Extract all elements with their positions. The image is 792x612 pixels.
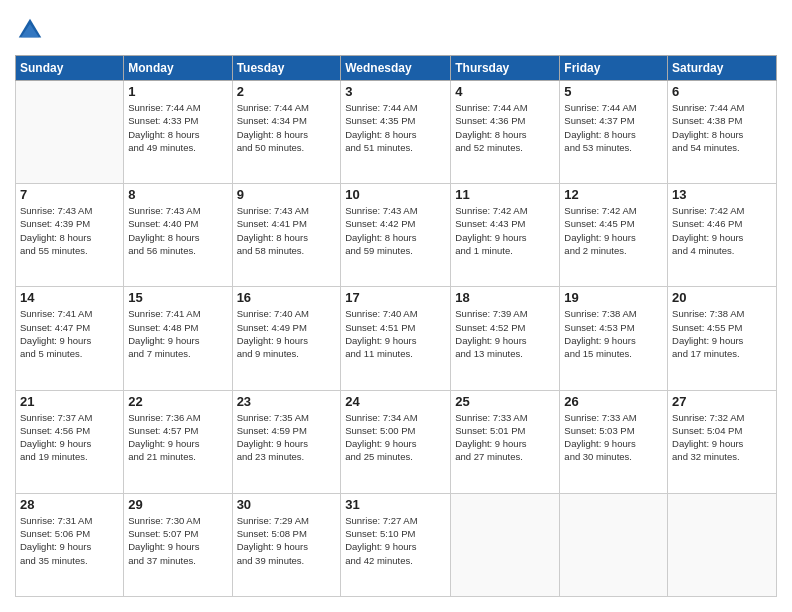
day-info: Sunrise: 7:43 AM Sunset: 4:41 PM Dayligh…	[237, 204, 337, 257]
day-number: 27	[672, 394, 772, 409]
day-number: 20	[672, 290, 772, 305]
calendar-cell-w3-d2: 23Sunrise: 7:35 AM Sunset: 4:59 PM Dayli…	[232, 390, 341, 493]
day-info: Sunrise: 7:42 AM Sunset: 4:46 PM Dayligh…	[672, 204, 772, 257]
day-number: 5	[564, 84, 663, 99]
calendar-cell-w2-d2: 16Sunrise: 7:40 AM Sunset: 4:49 PM Dayli…	[232, 287, 341, 390]
calendar-week-4: 28Sunrise: 7:31 AM Sunset: 5:06 PM Dayli…	[16, 493, 777, 596]
day-number: 25	[455, 394, 555, 409]
day-info: Sunrise: 7:43 AM Sunset: 4:40 PM Dayligh…	[128, 204, 227, 257]
calendar-cell-w1-d1: 8Sunrise: 7:43 AM Sunset: 4:40 PM Daylig…	[124, 184, 232, 287]
day-number: 22	[128, 394, 227, 409]
day-number: 28	[20, 497, 119, 512]
day-number: 16	[237, 290, 337, 305]
calendar-cell-w1-d5: 12Sunrise: 7:42 AM Sunset: 4:45 PM Dayli…	[560, 184, 668, 287]
day-info: Sunrise: 7:32 AM Sunset: 5:04 PM Dayligh…	[672, 411, 772, 464]
calendar-week-0: 1Sunrise: 7:44 AM Sunset: 4:33 PM Daylig…	[16, 81, 777, 184]
page: SundayMondayTuesdayWednesdayThursdayFrid…	[0, 0, 792, 612]
calendar-cell-w0-d0	[16, 81, 124, 184]
calendar-cell-w2-d5: 19Sunrise: 7:38 AM Sunset: 4:53 PM Dayli…	[560, 287, 668, 390]
calendar-week-2: 14Sunrise: 7:41 AM Sunset: 4:47 PM Dayli…	[16, 287, 777, 390]
calendar-cell-w1-d4: 11Sunrise: 7:42 AM Sunset: 4:43 PM Dayli…	[451, 184, 560, 287]
calendar-header-thursday: Thursday	[451, 56, 560, 81]
day-number: 6	[672, 84, 772, 99]
day-info: Sunrise: 7:44 AM Sunset: 4:35 PM Dayligh…	[345, 101, 446, 154]
calendar-cell-w3-d1: 22Sunrise: 7:36 AM Sunset: 4:57 PM Dayli…	[124, 390, 232, 493]
day-info: Sunrise: 7:44 AM Sunset: 4:38 PM Dayligh…	[672, 101, 772, 154]
day-info: Sunrise: 7:40 AM Sunset: 4:51 PM Dayligh…	[345, 307, 446, 360]
day-info: Sunrise: 7:44 AM Sunset: 4:33 PM Dayligh…	[128, 101, 227, 154]
calendar-table: SundayMondayTuesdayWednesdayThursdayFrid…	[15, 55, 777, 597]
calendar-cell-w2-d1: 15Sunrise: 7:41 AM Sunset: 4:48 PM Dayli…	[124, 287, 232, 390]
day-number: 29	[128, 497, 227, 512]
logo	[15, 15, 49, 45]
day-number: 9	[237, 187, 337, 202]
calendar-cell-w2-d4: 18Sunrise: 7:39 AM Sunset: 4:52 PM Dayli…	[451, 287, 560, 390]
calendar-cell-w0-d2: 2Sunrise: 7:44 AM Sunset: 4:34 PM Daylig…	[232, 81, 341, 184]
calendar-header-tuesday: Tuesday	[232, 56, 341, 81]
calendar-cell-w0-d5: 5Sunrise: 7:44 AM Sunset: 4:37 PM Daylig…	[560, 81, 668, 184]
day-number: 18	[455, 290, 555, 305]
day-number: 8	[128, 187, 227, 202]
calendar-cell-w4-d4	[451, 493, 560, 596]
day-number: 19	[564, 290, 663, 305]
day-number: 14	[20, 290, 119, 305]
calendar-cell-w3-d5: 26Sunrise: 7:33 AM Sunset: 5:03 PM Dayli…	[560, 390, 668, 493]
calendar-cell-w0-d1: 1Sunrise: 7:44 AM Sunset: 4:33 PM Daylig…	[124, 81, 232, 184]
day-number: 12	[564, 187, 663, 202]
day-number: 30	[237, 497, 337, 512]
calendar-cell-w3-d4: 25Sunrise: 7:33 AM Sunset: 5:01 PM Dayli…	[451, 390, 560, 493]
calendar-cell-w4-d0: 28Sunrise: 7:31 AM Sunset: 5:06 PM Dayli…	[16, 493, 124, 596]
day-info: Sunrise: 7:41 AM Sunset: 4:47 PM Dayligh…	[20, 307, 119, 360]
calendar-cell-w4-d6	[668, 493, 777, 596]
day-number: 24	[345, 394, 446, 409]
calendar-header-friday: Friday	[560, 56, 668, 81]
day-number: 2	[237, 84, 337, 99]
calendar-week-1: 7Sunrise: 7:43 AM Sunset: 4:39 PM Daylig…	[16, 184, 777, 287]
calendar-header-monday: Monday	[124, 56, 232, 81]
calendar-cell-w1-d6: 13Sunrise: 7:42 AM Sunset: 4:46 PM Dayli…	[668, 184, 777, 287]
calendar-cell-w3-d0: 21Sunrise: 7:37 AM Sunset: 4:56 PM Dayli…	[16, 390, 124, 493]
day-number: 17	[345, 290, 446, 305]
calendar-cell-w2-d6: 20Sunrise: 7:38 AM Sunset: 4:55 PM Dayli…	[668, 287, 777, 390]
day-info: Sunrise: 7:27 AM Sunset: 5:10 PM Dayligh…	[345, 514, 446, 567]
day-number: 23	[237, 394, 337, 409]
calendar-cell-w3-d6: 27Sunrise: 7:32 AM Sunset: 5:04 PM Dayli…	[668, 390, 777, 493]
day-info: Sunrise: 7:39 AM Sunset: 4:52 PM Dayligh…	[455, 307, 555, 360]
day-info: Sunrise: 7:42 AM Sunset: 4:45 PM Dayligh…	[564, 204, 663, 257]
day-info: Sunrise: 7:40 AM Sunset: 4:49 PM Dayligh…	[237, 307, 337, 360]
day-info: Sunrise: 7:35 AM Sunset: 4:59 PM Dayligh…	[237, 411, 337, 464]
calendar-cell-w1-d2: 9Sunrise: 7:43 AM Sunset: 4:41 PM Daylig…	[232, 184, 341, 287]
calendar-cell-w0-d4: 4Sunrise: 7:44 AM Sunset: 4:36 PM Daylig…	[451, 81, 560, 184]
day-info: Sunrise: 7:29 AM Sunset: 5:08 PM Dayligh…	[237, 514, 337, 567]
calendar-cell-w1-d3: 10Sunrise: 7:43 AM Sunset: 4:42 PM Dayli…	[341, 184, 451, 287]
calendar-cell-w4-d2: 30Sunrise: 7:29 AM Sunset: 5:08 PM Dayli…	[232, 493, 341, 596]
calendar-header-sunday: Sunday	[16, 56, 124, 81]
calendar-cell-w4-d3: 31Sunrise: 7:27 AM Sunset: 5:10 PM Dayli…	[341, 493, 451, 596]
calendar-header-row: SundayMondayTuesdayWednesdayThursdayFrid…	[16, 56, 777, 81]
day-number: 15	[128, 290, 227, 305]
day-info: Sunrise: 7:37 AM Sunset: 4:56 PM Dayligh…	[20, 411, 119, 464]
day-number: 4	[455, 84, 555, 99]
day-info: Sunrise: 7:43 AM Sunset: 4:42 PM Dayligh…	[345, 204, 446, 257]
day-info: Sunrise: 7:41 AM Sunset: 4:48 PM Dayligh…	[128, 307, 227, 360]
day-number: 21	[20, 394, 119, 409]
day-info: Sunrise: 7:34 AM Sunset: 5:00 PM Dayligh…	[345, 411, 446, 464]
calendar-cell-w2-d3: 17Sunrise: 7:40 AM Sunset: 4:51 PM Dayli…	[341, 287, 451, 390]
day-info: Sunrise: 7:44 AM Sunset: 4:36 PM Dayligh…	[455, 101, 555, 154]
day-info: Sunrise: 7:43 AM Sunset: 4:39 PM Dayligh…	[20, 204, 119, 257]
calendar-cell-w0-d6: 6Sunrise: 7:44 AM Sunset: 4:38 PM Daylig…	[668, 81, 777, 184]
calendar-week-3: 21Sunrise: 7:37 AM Sunset: 4:56 PM Dayli…	[16, 390, 777, 493]
day-info: Sunrise: 7:42 AM Sunset: 4:43 PM Dayligh…	[455, 204, 555, 257]
day-info: Sunrise: 7:30 AM Sunset: 5:07 PM Dayligh…	[128, 514, 227, 567]
day-info: Sunrise: 7:44 AM Sunset: 4:37 PM Dayligh…	[564, 101, 663, 154]
calendar-cell-w2-d0: 14Sunrise: 7:41 AM Sunset: 4:47 PM Dayli…	[16, 287, 124, 390]
calendar-cell-w3-d3: 24Sunrise: 7:34 AM Sunset: 5:00 PM Dayli…	[341, 390, 451, 493]
day-number: 7	[20, 187, 119, 202]
day-info: Sunrise: 7:31 AM Sunset: 5:06 PM Dayligh…	[20, 514, 119, 567]
day-number: 1	[128, 84, 227, 99]
header	[15, 15, 777, 45]
day-number: 31	[345, 497, 446, 512]
day-info: Sunrise: 7:33 AM Sunset: 5:03 PM Dayligh…	[564, 411, 663, 464]
day-info: Sunrise: 7:33 AM Sunset: 5:01 PM Dayligh…	[455, 411, 555, 464]
calendar-cell-w4-d1: 29Sunrise: 7:30 AM Sunset: 5:07 PM Dayli…	[124, 493, 232, 596]
